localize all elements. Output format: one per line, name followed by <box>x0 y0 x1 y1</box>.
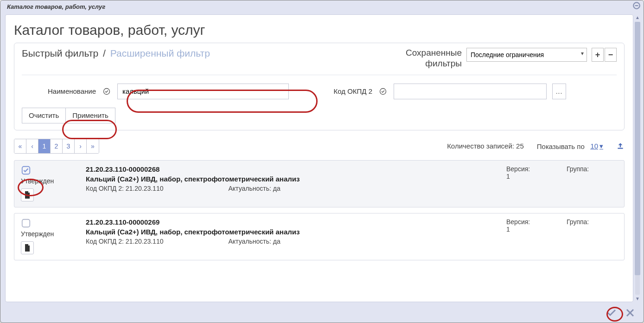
remove-filter-button[interactable]: − <box>605 48 617 62</box>
version-value: 1 <box>506 173 548 180</box>
card-okpd: Код ОКПД 2: 21.20.23.110 <box>86 185 163 192</box>
apply-button[interactable]: Применить <box>66 108 115 123</box>
saved-filters-select[interactable]: Последние ограничения <box>466 48 587 62</box>
scroll-down-icon[interactable]: ▼ <box>634 296 641 302</box>
scroll-thumb[interactable] <box>635 22 640 275</box>
card-right: Версия: 1 Группа: <box>506 218 618 254</box>
pager-first[interactable]: « <box>14 139 26 153</box>
window-controls <box>632 1 641 10</box>
result-card: Утвержден 21.20.23.110-00000269 Кальций … <box>14 213 625 260</box>
pager: « ‹ 1 2 3 › » <box>14 139 99 154</box>
divider <box>22 75 617 75</box>
card-main: 21.20.23.110-00000268 Кальций (Ca2+) ИВД… <box>86 165 497 201</box>
card-main: 21.20.23.110-00000269 Кальций (Ca2+) ИВД… <box>86 218 497 254</box>
status-text: Утвержден <box>21 177 54 185</box>
pager-page-2[interactable]: 2 <box>51 139 63 153</box>
pager-last[interactable]: » <box>87 139 99 153</box>
group-label: Группа: <box>567 218 589 226</box>
show-count: Показывать по 10 ▾ <box>537 142 603 150</box>
kod-field-group: Код ОКПД 2 ... <box>317 84 566 99</box>
card-details: Код ОКПД 2: 21.20.23.110 Актуальность: д… <box>86 238 497 245</box>
saved-filters-label: Сохраненные фильтры <box>406 48 462 69</box>
kod-input[interactable] <box>394 84 547 99</box>
document-icon[interactable] <box>21 241 34 254</box>
list-header: « ‹ 1 2 3 › » Количество записей: 25 Пок… <box>14 139 625 154</box>
kod-label: Код ОКПД 2 <box>317 87 372 95</box>
pager-page-3[interactable]: 3 <box>63 139 75 153</box>
kod-browse-button[interactable]: ... <box>552 84 566 99</box>
svg-rect-5 <box>22 219 30 227</box>
tab-advanced-filter[interactable]: Расширенный фильтр <box>110 48 210 58</box>
card-title: Кальций (Ca2+) ИВД, набор, спектрофотоме… <box>86 228 497 236</box>
saved-filters: Сохраненные фильтры Последние ограничени… <box>406 48 617 69</box>
card-left: Утвержден <box>21 165 77 201</box>
show-count-link[interactable]: 10 ▾ <box>590 142 603 150</box>
export-icon[interactable] <box>616 142 625 150</box>
target-icon[interactable] <box>102 86 112 97</box>
name-input[interactable] <box>117 84 289 99</box>
close-icon[interactable] <box>623 306 637 320</box>
tab-quick-filter[interactable]: Быстрый фильтр <box>22 48 98 58</box>
record-count: Количество записей: 25 <box>447 142 524 150</box>
footer-actions <box>605 306 637 320</box>
clear-button[interactable]: Очистить <box>22 108 66 123</box>
target-icon[interactable] <box>378 86 388 97</box>
group-label: Группа: <box>567 165 589 173</box>
window: Каталог товаров, работ, услуг Каталог то… <box>0 0 644 323</box>
status-text: Утвержден <box>21 230 54 238</box>
confirm-icon[interactable] <box>605 306 618 320</box>
card-left: Утвержден <box>21 218 77 254</box>
page-title: Каталог товаров, работ, услуг <box>14 22 625 38</box>
pager-next[interactable]: › <box>75 139 87 153</box>
tab-separator: / <box>103 48 106 58</box>
check-icon[interactable] <box>21 165 31 175</box>
version-value: 1 <box>506 226 548 233</box>
card-okpd: Код ОКПД 2: 21.20.23.110 <box>86 238 163 245</box>
version-label: Версия: <box>506 218 548 226</box>
filter-header: Быстрый фильтр / Расширенный фильтр Сохр… <box>22 48 617 69</box>
card-details: Код ОКПД 2: 21.20.23.110 Актуальность: д… <box>86 185 497 192</box>
card-actual: Актуальность: да <box>228 238 280 245</box>
window-title: Каталог товаров, работ, услуг <box>0 0 644 14</box>
card-right: Версия: 1 Группа: <box>506 165 618 201</box>
scroll-up-icon[interactable]: ▲ <box>634 14 641 21</box>
scrollbar[interactable]: ▲ ▼ <box>634 14 641 302</box>
pager-page-1[interactable]: 1 <box>38 139 51 153</box>
card-code: 21.20.23.110-00000269 <box>86 218 497 226</box>
minimize-icon[interactable] <box>632 1 641 10</box>
add-filter-button[interactable]: + <box>592 48 604 62</box>
filter-actions: Очистить Применить <box>22 108 617 123</box>
card-code: 21.20.23.110-00000268 <box>86 165 497 173</box>
filter-tabs: Быстрый фильтр / Расширенный фильтр <box>22 48 210 59</box>
filter-fields: Наименование Код ОКПД 2 ... <box>22 84 617 99</box>
version-label: Версия: <box>506 165 548 173</box>
name-field-group: Наименование <box>22 84 289 99</box>
list-meta: Количество записей: 25 Показывать по 10 … <box>447 142 625 150</box>
name-label: Наименование <box>22 87 96 95</box>
saved-filter-controls: + − <box>592 48 617 62</box>
content-area: Каталог товаров, работ, услуг Быстрый фи… <box>5 14 633 302</box>
card-actual: Актуальность: да <box>228 185 280 192</box>
check-icon[interactable] <box>21 218 31 228</box>
pager-prev[interactable]: ‹ <box>26 139 38 153</box>
filter-panel: Быстрый фильтр / Расширенный фильтр Сохр… <box>14 43 625 130</box>
window-title-text: Каталог товаров, работ, услуг <box>7 3 105 10</box>
result-card: Утвержден 21.20.23.110-00000268 Кальций … <box>14 160 625 207</box>
chevron-down-icon: ▾ <box>599 142 603 150</box>
card-title: Кальций (Ca2+) ИВД, набор, спектрофотоме… <box>86 175 497 183</box>
document-icon[interactable] <box>21 188 34 201</box>
